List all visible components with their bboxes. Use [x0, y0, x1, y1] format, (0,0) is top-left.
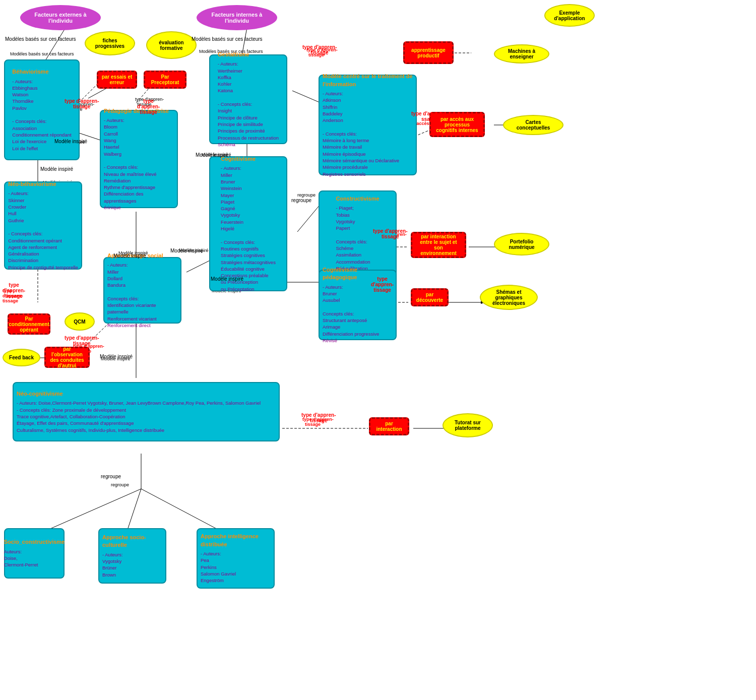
socio-constructivisme-node: Socio_constructivisme Auteurs:Doise,Cler…	[4, 528, 65, 579]
par-decouverte-label: par découverte	[415, 292, 444, 303]
apprentissage-social-node: Apprentissage social - Auteurs:MillerDol…	[103, 257, 181, 324]
par-essais-node: par essais et erreur	[97, 71, 137, 89]
approche-intelligence-title: Approche intelligence distribuée	[201, 533, 271, 548]
svg-text:Modèles basés sur ces facteurs: Modèles basés sur ces facteurs	[10, 51, 74, 56]
regroupe-neocog: regroupe	[101, 474, 121, 479]
neo-behaviorisme-content: - Auteurs:SkinnerCrowderHullGuthrie - Co…	[8, 190, 78, 271]
socio-constructivisme-title: Socio_constructivisme	[4, 538, 65, 546]
type-appren-precep: typed'appren-tissage	[137, 98, 160, 115]
socio-constructivisme-content: Auteurs:Doise,Clermont-Perret	[4, 548, 65, 568]
type-appren-observation: type d'appren-tissage	[65, 335, 99, 346]
svg-line-0	[45, 28, 66, 60]
par-interaction-label: par interaction	[373, 421, 405, 432]
type-appren-neocog: type d'appren-tissage	[301, 412, 336, 423]
approche-socio-culturelle-title: Approche socio-culturelle	[102, 534, 162, 549]
modeles-bases-internes: Modèles basés sur ces facteurs	[192, 36, 263, 42]
modeles-bases-externes: Modèles basés sur ces facteurs	[5, 36, 76, 42]
regroupe-cogn-constr: regroupe	[291, 198, 311, 203]
cognitivisme-node: Cognitivisme - Auteurs:MillerBrunerWeins…	[209, 156, 287, 291]
machines-enseigner-label: Machines à enseigner	[500, 48, 543, 59]
diagram-container: Modèles basés sur ces facteurs Modèles b…	[0, 0, 756, 700]
facteurs-internes-label: Facteurs internes à l'individu	[203, 12, 271, 24]
feed-back-node: Feed back	[3, 349, 40, 366]
facteurs-internes-node: Facteurs internes à l'individu	[197, 5, 277, 30]
cartes-conceptuelles-label: Cartes conceptuelles	[509, 119, 557, 131]
qcm-node: QCM	[65, 312, 95, 331]
svg-text:tissage: tissage	[3, 298, 18, 303]
feed-back-label: Feed back	[9, 355, 34, 360]
cognitivisme-content: - Auteurs:MillerBrunerWeinsteinMayerPiag…	[221, 165, 276, 292]
apprentissage-productif-node: apprentissage productif	[403, 41, 454, 64]
portefolio-node: Portefolio numérique	[494, 233, 549, 256]
par-decouverte-node: par découverte	[411, 288, 449, 306]
schemas-graphiques-node: Shémas et graphiques électroniques	[480, 285, 538, 310]
par-preceptorat-node: Par Preceptorat	[144, 71, 186, 89]
behaviorisme-title: Béhaviorisme	[12, 68, 71, 76]
type-appren-constr: type d'appren-tissage	[373, 228, 408, 239]
par-interaction-sujet-node: par interaction entre le sujet et son en…	[411, 232, 466, 258]
modele-inspire-cogn-appsoc: Modèle inspiré	[170, 248, 203, 253]
tutorat-plateforme-node: Tutorat sur plateforme	[443, 413, 493, 437]
svg-text:regroupe: regroupe	[297, 193, 316, 198]
fiches-progressives-label: fiches progessives	[91, 38, 129, 49]
neo-behaviorisme-title: Néo-béhaviorisme	[8, 180, 78, 188]
pedagogie-maitrise-node: Pédagogie de la maîtrise - Auteurs:Bloom…	[100, 110, 178, 208]
type-appren-gestalt: type d'appren-tissage	[302, 44, 337, 55]
facteurs-externes-node: Facteurs externes à l'individu	[20, 5, 101, 30]
constructivisme-title: Constructivisme	[336, 195, 379, 203]
exemple-application-label: Exemple d'application	[550, 10, 589, 21]
svg-line-53	[38, 489, 141, 534]
modele-inspire-behav-pedagmait: Modèle inspiré	[54, 139, 87, 144]
gestaltisme-title: Gestaltisme	[218, 51, 279, 58]
facteurs-externes-label: Facteurs externes à l'individu	[26, 12, 95, 24]
exemple-application-node: Exemple d'application	[544, 4, 595, 27]
behaviorisme-node: Béhaviorisme - Auteurs:EbbinghausWatsonT…	[4, 59, 80, 160]
fiches-progressives-node: fiches progessives	[85, 31, 135, 55]
portefolio-label: Portefolio numérique	[500, 239, 543, 250]
approche-socio-culturelle-content: - Auteurs:VygotskyBrünerBrown	[102, 551, 162, 578]
approche-intelligence-node: Approche intelligence distribuée - Auteu…	[197, 528, 275, 589]
modele-traitement-title: Modèle centré sur le traitement de l'inf…	[323, 73, 413, 88]
par-conditionnement-node: Par conditionnement opérant	[8, 313, 50, 335]
machines-enseigner-node: Machines à enseigner	[494, 44, 549, 63]
cartes-conceptuelles-node: Cartes conceptuelles	[503, 115, 563, 135]
svg-text:regroupe: regroupe	[111, 482, 129, 487]
modele-inspire-cogn-neocog: Modèle inspiré	[100, 354, 133, 359]
modele-inspire-gestalt-cogn: Modèle inspiré	[196, 152, 228, 158]
gestaltisme-node: Gestaltisme - Auteurs:WertheimerKoffkaKo…	[209, 54, 287, 144]
svg-line-54	[126, 489, 141, 534]
par-essais-label: par essais et erreur	[101, 74, 133, 85]
par-conditionnement-label: Par conditionnement opérant	[9, 316, 49, 333]
qcm-label: QCM	[74, 319, 85, 325]
neo-cognitivisme-content: - Auteurs: Doise,Clermont-Perret Vygotsk…	[17, 400, 276, 433]
neo-behaviorisme-node: Néo-béhaviorisme - Auteurs:SkinnerCrowde…	[4, 181, 82, 270]
evaluation-formative-label: évaluation formative	[152, 40, 191, 51]
type-appren-behav: type d'appren-tissage	[65, 98, 99, 109]
type-appren-neobehav: typed'appren-tissage	[3, 282, 25, 299]
svg-line-55	[141, 489, 227, 534]
modele-inspire-pedagmait-appsoc: Modèle inspiré	[113, 253, 146, 259]
par-observation-node: par l'observation des conduites d'autrui	[44, 347, 90, 368]
apprentissage-productif-label: apprentissage productif	[408, 47, 449, 58]
approche-intelligence-content: - Auteurs:PeaPerkinsSalomon GavrielEnges…	[201, 550, 271, 584]
modele-inspire-cogn-cogpeda: Modèle inspiré	[211, 276, 243, 282]
par-observation-label: par l'observation des conduites d'autrui	[49, 346, 85, 368]
schemas-graphiques-label: Shémas et graphiques électroniques	[486, 289, 532, 306]
gestaltisme-content: - Auteurs:WertheimerKoffkaKohlerKatona -…	[218, 60, 279, 148]
tutorat-plateforme-label: Tutorat sur plateforme	[449, 420, 487, 431]
approche-socio-culturelle-node: Approche socio-culturelle - Auteurs:Vygo…	[98, 528, 166, 584]
modele-traitement-content: - Auteurs:AtkinsonShiffrinBaddeleyAnders…	[323, 90, 413, 177]
type-appren-traitement: type d'appren-ssage	[411, 111, 446, 122]
par-interaction-node: par interaction	[369, 417, 409, 435]
par-interaction-sujet-label: par interaction entre le sujet et son en…	[415, 234, 462, 256]
modele-traitement-node: Modèle centré sur le traitement de l'inf…	[319, 75, 417, 175]
pedagogie-maitrise-content: - Auteurs:BloomCarrollWangHaertelWalberg…	[104, 117, 174, 211]
modele-inspire-behav-neo: Modèle inspiré	[40, 166, 73, 172]
neo-cognitivisme-node: Néo-cognitivisme - Auteurs: Doise,Clermo…	[13, 382, 280, 441]
neo-cognitivisme-title: Néo-cognitivisme	[17, 390, 276, 398]
apprentissage-social-content: - Auteurs:MillerDollardBandura Concepts …	[107, 262, 177, 329]
cognitivisme-title: Cognitivisme	[221, 155, 276, 163]
type-appren-cogpeda: typed'appren-tissage	[371, 276, 394, 293]
par-preceptorat-label: Par Preceptorat	[148, 74, 182, 85]
evaluation-formative-node: évaluation formative	[146, 31, 197, 59]
